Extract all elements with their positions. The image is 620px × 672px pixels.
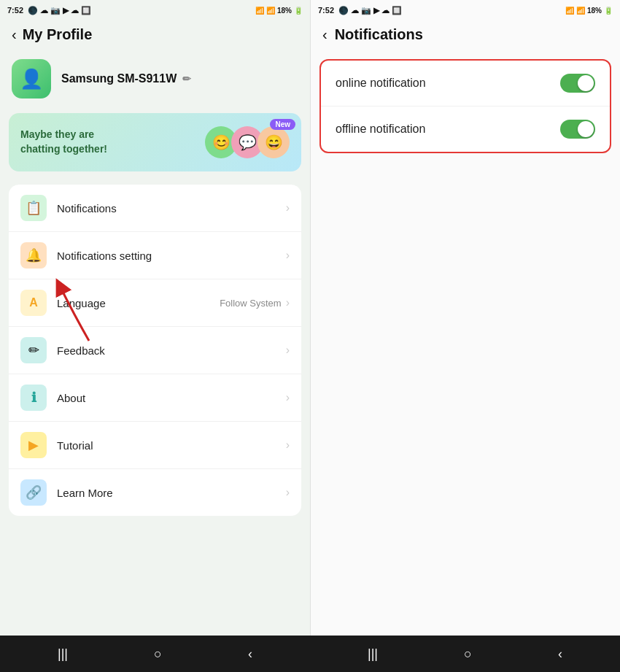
- menu-label-learn-more: Learn More: [57, 487, 286, 499]
- menu-item-notifications[interactable]: 📋 Notifications ›: [9, 185, 301, 232]
- menu-label-notifications-setting: Notifications setting: [57, 250, 286, 262]
- profile-section: 👤 Samsung SM-S911W ✏: [0, 50, 310, 107]
- banner[interactable]: Maybe they are chatting together! New 😊 …: [9, 113, 301, 171]
- avatar: 👤: [12, 59, 51, 99]
- offline-notification-item: offline notification: [321, 107, 610, 152]
- right-page-title: Notifications: [335, 26, 423, 43]
- about-icon: ℹ: [20, 385, 47, 411]
- menu-label-feedback: Feedback: [57, 344, 286, 357]
- notifications-setting-icon: 🔔: [20, 242, 47, 269]
- right-header: ‹ Notifications: [311, 20, 620, 50]
- nav-home-icon-left[interactable]: ○: [154, 646, 162, 662]
- chevron-icon: ›: [286, 201, 290, 215]
- back-button[interactable]: ‹: [12, 26, 17, 43]
- nav-home-icon-right[interactable]: ○: [464, 646, 472, 662]
- online-notification-toggle[interactable]: [560, 74, 595, 93]
- menu-item-learn-more[interactable]: 🔗 Learn More ›: [9, 469, 301, 516]
- banner-badge: New: [270, 119, 295, 130]
- language-icon: A: [20, 290, 47, 316]
- menu-item-language[interactable]: A Language Follow System ›: [9, 279, 301, 327]
- right-status-icons: 📶 📶 18% 🔋: [565, 7, 613, 15]
- chevron-icon: ›: [286, 391, 290, 404]
- menu-item-about[interactable]: ℹ About ›: [9, 374, 301, 422]
- left-status-bar: 7:52 🌑 ☁ 📷 ▶ ☁ 🔲 📶 📶 18% 🔋: [0, 0, 310, 20]
- avatar-icon: 👤: [20, 68, 43, 90]
- menu-label-notifications: Notifications: [57, 202, 286, 215]
- right-back-button[interactable]: ‹: [322, 26, 328, 43]
- profile-name: Samsung SM-S911W ✏: [61, 72, 191, 85]
- offline-notification-toggle[interactable]: [560, 120, 595, 139]
- chevron-icon: ›: [286, 249, 290, 262]
- nav-back-icon-left[interactable]: ‹: [248, 646, 252, 662]
- menu-item-notifications-setting[interactable]: 🔔 Notifications setting ›: [9, 232, 301, 279]
- left-status-time: 7:52 🌑 ☁ 📷 ▶ ☁ 🔲: [7, 6, 91, 15]
- chevron-icon: ›: [286, 296, 290, 309]
- notifications-icon: 📋: [20, 195, 47, 221]
- chevron-icon: ›: [286, 439, 290, 452]
- left-screen: 7:52 🌑 ☁ 📷 ▶ ☁ 🔲 📶 📶 18% 🔋 ‹ My Profile …: [0, 0, 310, 636]
- right-status-time: 7:52 🌑 ☁ 📷 ▶ ☁ 🔲: [318, 6, 402, 15]
- tutorial-icon: ▶: [20, 432, 47, 458]
- chevron-icon: ›: [286, 344, 290, 357]
- banner-text: Maybe they are chatting together!: [20, 128, 130, 156]
- learn-more-icon: 🔗: [20, 479, 47, 506]
- menu-item-feedback[interactable]: ✏ Feedback ›: [9, 327, 301, 374]
- language-sublabel: Follow System: [220, 298, 282, 309]
- right-screen: 7:52 🌑 ☁ 📷 ▶ ☁ 🔲 📶 📶 18% 🔋 ‹ Notificatio…: [310, 0, 620, 636]
- edit-profile-icon[interactable]: ✏: [182, 73, 191, 85]
- menu-item-tutorial[interactable]: ▶ Tutorial ›: [9, 422, 301, 469]
- online-notification-item: online notification: [321, 61, 610, 107]
- banner-illustration: 😊 💬 😄: [205, 126, 290, 158]
- menu-label-about: About: [57, 392, 286, 404]
- left-status-icons: 📶 📶 18% 🔋: [255, 7, 303, 15]
- bubble-3: 😄: [257, 126, 290, 158]
- nav-menu-icon-right[interactable]: |||: [368, 646, 378, 662]
- nav-menu-icon-left[interactable]: |||: [58, 646, 68, 662]
- left-nav: ||| ○ ‹: [0, 646, 310, 662]
- feedback-icon: ✏: [20, 337, 47, 363]
- right-nav: ||| ○ ‹: [310, 646, 620, 662]
- chevron-icon: ›: [286, 486, 290, 499]
- notification-panel: online notification offline notification: [319, 59, 611, 153]
- offline-notification-label: offline notification: [336, 123, 560, 136]
- nav-back-icon-right[interactable]: ‹: [558, 646, 562, 662]
- menu-label-language: Language: [57, 297, 220, 309]
- menu-section: 📋 Notifications › 🔔 Notifications settin…: [9, 185, 301, 516]
- left-header: ‹ My Profile: [0, 20, 310, 50]
- page-title: My Profile: [23, 26, 93, 43]
- bottom-nav: ||| ○ ‹ ||| ○ ‹: [0, 636, 620, 672]
- menu-label-tutorial: Tutorial: [57, 439, 286, 452]
- online-notification-label: online notification: [336, 77, 560, 90]
- right-status-bar: 7:52 🌑 ☁ 📷 ▶ ☁ 🔲 📶 📶 18% 🔋: [311, 0, 620, 20]
